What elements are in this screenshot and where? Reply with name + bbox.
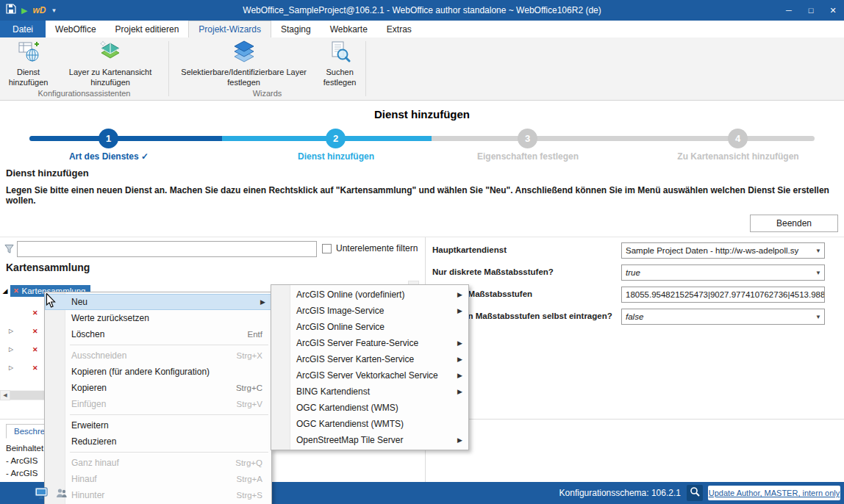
red-x-icon: ✕ xyxy=(32,328,38,335)
red-x-icon: ✕ xyxy=(32,346,38,353)
submenu-item-openstreetmap-tile-server[interactable]: OpenStreetMap Tile Server ▶ xyxy=(271,432,468,448)
step-circle-2[interactable]: 2 xyxy=(326,129,346,148)
menu-separator xyxy=(45,450,271,455)
menu-item-werte-zuruecksetzen[interactable]: Werte zurücksetzen xyxy=(45,310,271,326)
menubar: Datei WebOffice Projekt editieren Projek… xyxy=(0,21,844,37)
expander-closed-icon[interactable]: ▷ xyxy=(6,328,16,334)
menu-item-shortcut: Strg+Q xyxy=(235,458,262,467)
menu-item-kopieren[interactable]: Kopieren Strg+C xyxy=(45,380,271,396)
expander-closed-icon[interactable]: ▷ xyxy=(6,346,16,353)
menu-item-label: ArcGIS Server Karten-Service xyxy=(296,354,414,364)
menu-item-label: ArcGIS Image-Service xyxy=(296,306,384,316)
submenu-arrow-icon: ▶ xyxy=(457,356,462,363)
selectable-layers-button[interactable]: Selektierbare/Identifizierbare Layer fes… xyxy=(174,40,314,88)
menu-item-label: Werte zurücksetzen xyxy=(71,313,149,323)
prop-value: false xyxy=(622,312,812,321)
finish-button[interactable]: Beenden xyxy=(750,215,838,232)
app-logo: wD xyxy=(32,5,46,15)
menu-item-shortcut: Entf xyxy=(248,330,262,339)
tree-child-row[interactable]: ▷ ✕ xyxy=(0,324,38,338)
submenu-arrow-icon: ▶ xyxy=(457,388,462,395)
ribbon-group-konfigurationsassistenten: Dienst hinzufügen Layer zu Kartenansicht… xyxy=(0,37,168,100)
subelements-filter-checkbox[interactable] xyxy=(322,244,332,253)
divider xyxy=(0,237,844,237)
prop-value: 18055.954821525473|9027.977410762736|451… xyxy=(622,290,824,299)
menu-item-erweitern[interactable]: Erweitern xyxy=(45,417,271,433)
step-label-4: Zu Kartenansicht hinzufügen xyxy=(643,151,834,162)
menu-item-einfuegen: Einfügen Strg+V xyxy=(45,396,271,412)
menu-item-label: Kopieren xyxy=(71,383,107,393)
submenu-item-arcgis-online-service[interactable]: ArcGIS Online Service xyxy=(271,319,468,335)
menu-item-shortcut: Strg+S xyxy=(237,491,262,500)
expander-open-icon[interactable]: ◢ xyxy=(0,287,10,295)
submenu-item-arcgis-server-vektorkachel-service[interactable]: ArcGIS Server Vektorkachel Service ▶ xyxy=(271,367,468,384)
save-icon[interactable] xyxy=(6,4,16,17)
minimize-button[interactable]: ─ xyxy=(778,0,800,21)
add-service-icon xyxy=(18,40,40,65)
step-label-3: Eigenschaften festlegen xyxy=(432,151,623,162)
tree-child-row[interactable]: ✕ xyxy=(0,306,38,320)
prop-dropdown-hauptkartendienst[interactable]: Sample Project Daten - http://w-ws-adelp… xyxy=(621,242,825,259)
submenu-item-arcgis-server-feature-service[interactable]: ArcGIS Server Feature-Service ▶ xyxy=(271,335,468,351)
qat-dropdown-icon[interactable]: ▼ xyxy=(51,7,57,14)
run-icon[interactable]: ▶ xyxy=(21,7,27,15)
users-icon[interactable] xyxy=(55,486,68,503)
prop-value: true xyxy=(622,268,812,277)
dropdown-arrow-icon[interactable]: ▼ xyxy=(812,248,824,254)
submenu-arrow-icon: ▶ xyxy=(457,436,462,444)
feedback-icon[interactable] xyxy=(35,486,48,503)
statusbar-search-button[interactable] xyxy=(687,485,703,501)
dropdown-arrow-icon[interactable]: ▼ xyxy=(812,270,824,276)
menu-item-label: Erweitern xyxy=(71,420,109,431)
red-x-icon: ✕ xyxy=(13,287,19,295)
step-label-2: Dienst hinzufügen xyxy=(240,151,432,162)
submenu-arrow-icon: ▶ xyxy=(457,372,462,379)
menu-item-ausschneiden: Ausschneiden Strg+X xyxy=(45,348,271,364)
add-layer-to-map-button[interactable]: Layer zu Kartenansicht hinzufügen xyxy=(55,40,165,88)
search-settings-button[interactable]: Suchen festlegen xyxy=(317,40,362,88)
maximize-button[interactable]: □ xyxy=(800,0,822,21)
submenu-item-arcgis-online-vordefiniert[interactable]: ArcGIS Online (vordefiniert) ▶ xyxy=(271,287,468,303)
submenu-item-arcgis-image-service[interactable]: ArcGIS Image-Service ▶ xyxy=(271,303,468,319)
submenu-arrow-icon: ▶ xyxy=(260,298,265,306)
step-circle-1[interactable]: 1 xyxy=(99,129,118,148)
submenu-item-bing-kartendienst[interactable]: BING Kartendienst ▶ xyxy=(271,384,468,400)
submenu-item-ogc-kartendienst-wmts[interactable]: OGC Kartendienst (WMTS) xyxy=(271,416,468,432)
menu-item-loeschen[interactable]: Löschen Entf xyxy=(45,326,271,342)
filter-input[interactable] xyxy=(17,241,317,257)
prop-dropdown-selbst-eintragen[interactable]: false ▼ xyxy=(621,309,825,325)
prop-dropdown-nur-diskrete-massstabsstufen[interactable]: true ▼ xyxy=(621,264,825,281)
menu-item-kopieren-andere-konfiguration[interactable]: Kopieren (für andere Konfiguration) xyxy=(45,364,271,380)
scroll-left-icon[interactable]: ◀ xyxy=(0,390,10,400)
menu-item-label: BING Kartendienst xyxy=(296,386,370,397)
submenu-item-arcgis-server-karten-service[interactable]: ArcGIS Server Karten-Service ▶ xyxy=(271,351,468,367)
update-author-button[interactable]: Update Author, MASTER, intern only xyxy=(708,486,840,500)
tab-projekt-wizards[interactable]: Projekt-Wizards xyxy=(188,21,271,37)
menu-item-neu[interactable]: Neu ▶ xyxy=(45,294,271,310)
submenu-item-ogc-kartendienst-wms[interactable]: OGC Kartendienst (WMS) xyxy=(271,400,468,416)
dropdown-arrow-icon[interactable]: ▼ xyxy=(812,314,824,320)
prop-input-diskrete-massstabsstufen[interactable]: 18055.954821525473|9027.977410762736|451… xyxy=(621,287,825,303)
tab-datei[interactable]: Datei xyxy=(0,21,46,37)
menu-item-label: Hinauf xyxy=(71,474,97,484)
tab-weboffice[interactable]: WebOffice xyxy=(46,21,106,37)
menu-item-label: Kopieren (für andere Konfiguration) xyxy=(71,367,210,377)
tab-staging[interactable]: Staging xyxy=(271,21,321,37)
menu-item-label: ArcGIS Server Feature-Service xyxy=(296,338,418,348)
wizard-progress-bar xyxy=(29,136,815,141)
menu-item-label: OGC Kartendienst (WMS) xyxy=(296,403,398,413)
tab-projekt-editieren[interactable]: Projekt editieren xyxy=(106,21,189,37)
description-line: Beinhaltet xyxy=(6,444,43,453)
close-button[interactable]: ✕ xyxy=(822,0,844,21)
tab-webkarte[interactable]: Webkarte xyxy=(321,21,377,37)
add-service-button[interactable]: Dienst hinzufügen xyxy=(4,40,52,88)
tree-child-row[interactable]: ▷ ✕ xyxy=(0,342,38,356)
menu-item-shortcut: Strg+V xyxy=(237,400,262,408)
tree-child-row[interactable]: ▷ ✕ xyxy=(0,361,38,375)
tab-extras[interactable]: Extras xyxy=(377,21,421,37)
menu-item-reduzieren[interactable]: Reduzieren xyxy=(45,433,271,450)
mouse-cursor xyxy=(46,293,56,309)
expander-closed-icon[interactable]: ▷ xyxy=(6,364,16,371)
red-x-icon: ✕ xyxy=(32,364,38,372)
menu-item-shortcut: Strg+A xyxy=(237,475,262,483)
